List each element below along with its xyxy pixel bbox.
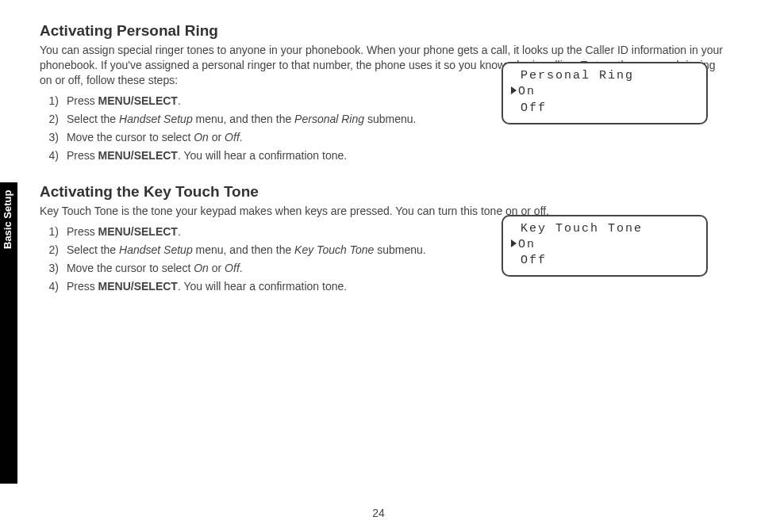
lcd-title: Personal Ring <box>521 69 634 82</box>
lcd-option-on: On <box>518 238 536 251</box>
side-tab: Basic Setup <box>0 182 17 484</box>
step-3: Move the cursor to select On or Off. <box>59 260 503 277</box>
page-number: 24 <box>0 507 757 519</box>
lcd-title: Key Touch Tone <box>521 222 643 235</box>
step-2: Select the Handset Setup menu, and then … <box>59 242 503 258</box>
lcd-key-touch-tone: Key Touch Tone On Off <box>501 215 708 277</box>
steps-key-touch-tone: Press MENU/SELECT. Select the Handset Se… <box>40 224 503 295</box>
step-1: Press MENU/SELECT. <box>59 93 503 109</box>
heading-personal-ring: Activating Personal Ring <box>40 22 725 40</box>
step-1: Press MENU/SELECT. <box>59 224 503 240</box>
cursor-icon <box>511 86 517 94</box>
section-key-touch-tone: Activating the Key Touch Tone Key Touch … <box>40 183 725 295</box>
cursor-icon <box>511 239 517 247</box>
side-tab-label: Basic Setup <box>2 190 13 249</box>
step-3: Move the cursor to select On or Off. <box>59 129 503 146</box>
step-4: Press MENU/SELECT. You will hear a confi… <box>59 147 503 164</box>
lcd-option-on: On <box>518 85 536 98</box>
steps-personal-ring: Press MENU/SELECT. Select the Handset Se… <box>40 93 503 164</box>
step-2: Select the Handset Setup menu, and then … <box>59 111 503 128</box>
lcd-option-off: Off <box>521 101 547 115</box>
lcd-option-off: Off <box>521 254 547 267</box>
section-personal-ring: Activating Personal Ring You can assign … <box>40 22 725 164</box>
heading-key-touch-tone: Activating the Key Touch Tone <box>40 183 725 201</box>
lcd-personal-ring: Personal Ring On Off <box>501 62 708 124</box>
step-4: Press MENU/SELECT. You will hear a confi… <box>59 278 503 295</box>
page-content: Activating Personal Ring You can assign … <box>0 0 757 295</box>
